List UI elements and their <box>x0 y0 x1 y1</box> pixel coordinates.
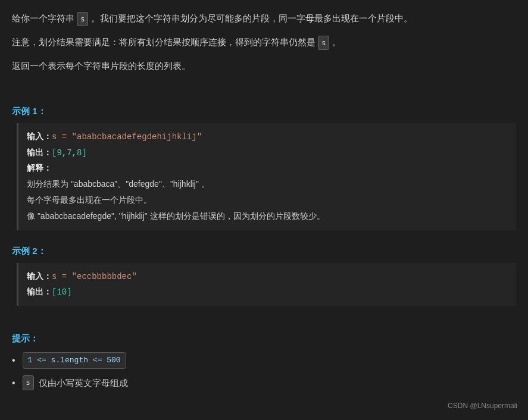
example2-output-label: 输出： <box>27 287 52 296</box>
hint-s-badge: s <box>23 375 34 390</box>
intro-line2-post: 。 <box>332 37 341 47</box>
example1-explanation-line1: 划分结果为 "ababcbaca"、"defegde"、"hijhklij" 。 <box>27 177 508 192</box>
example2-input-value: s = "eccbbbbbdec" <box>52 272 137 281</box>
hint-item-2: • s 仅由小写英文字母组成 <box>12 375 516 391</box>
example1-input: 输入：s = "ababcbacadefegdehijhklij" <box>27 129 508 145</box>
s-badge-2: s <box>318 36 329 50</box>
example2-input: 输入：s = "eccbbbbbdec" <box>27 269 508 284</box>
hint-badge-1: 1 <= s.length <= 500 <box>23 352 126 369</box>
s-badge-1: s <box>77 12 88 26</box>
example2-output-value: [10] <box>52 287 72 297</box>
intro-line2-pre: 注意，划分结果需要满足：将所有划分结果按顺序连接，得到的字符串仍然是 <box>12 37 315 47</box>
intro-line3: 返回一个表示每个字符串片段的长度的列表。 <box>12 58 516 74</box>
intro-line1: 给你一个字符串 s 。我们要把这个字符串划分为尽可能多的片段，同一字母最多出现在… <box>12 11 516 26</box>
intro-text-post: 。我们要把这个字符串划分为尽可能多的片段，同一字母最多出现在一个片段中。 <box>91 13 413 23</box>
example1-output-value: [9,7,8] <box>52 148 87 158</box>
hint-item-1: • 1 <= s.length <= 500 <box>12 352 516 369</box>
example1-explanation-label: 解释： <box>27 163 52 173</box>
branding-text: CSDN @LNsupermali <box>448 400 517 412</box>
intro-text-pre: 给你一个字符串 <box>12 13 74 23</box>
example1-explanation-label-line: 解释： <box>27 161 508 175</box>
example1-explanation-line3: 像 "ababcbacadefegde", "hijhklij" 这样的划分是错… <box>27 209 508 224</box>
example2-input-label: 输入： <box>27 271 52 281</box>
hint-section: 提示： • 1 <= s.length <= 500 • s 仅由小写英文字母组… <box>12 331 516 391</box>
example1-block: 输入：s = "ababcbacadefegdehijhklij" 输出：[9,… <box>17 123 516 230</box>
bullet-dot-2: • <box>12 375 15 391</box>
example2-block: 输入：s = "eccbbbbbdec" 输出：[10] <box>17 263 516 306</box>
hint-title: 提示： <box>12 331 516 346</box>
hint-bullet2-text: 仅由小写英文字母组成 <box>39 375 128 391</box>
example1-input-label: 输入： <box>27 131 52 141</box>
example2-output: 输出：[10] <box>27 284 508 300</box>
example1-output-label: 输出： <box>27 148 52 157</box>
hint-list: • 1 <= s.length <= 500 • s 仅由小写英文字母组成 <box>12 352 516 391</box>
bullet-dot-1: • <box>12 352 15 368</box>
intro-line2: 注意，划分结果需要满足：将所有划分结果按顺序连接，得到的字符串仍然是 s 。 <box>12 35 516 50</box>
example1-explanation-line2: 每个字母最多出现在一个片段中。 <box>27 193 508 208</box>
example2-title: 示例 2： <box>12 243 516 259</box>
example1-input-value: s = "ababcbacadefegdehijhklij" <box>52 132 202 142</box>
example1-output: 输出：[9,7,8] <box>27 145 508 161</box>
example1-title: 示例 1： <box>12 104 516 119</box>
